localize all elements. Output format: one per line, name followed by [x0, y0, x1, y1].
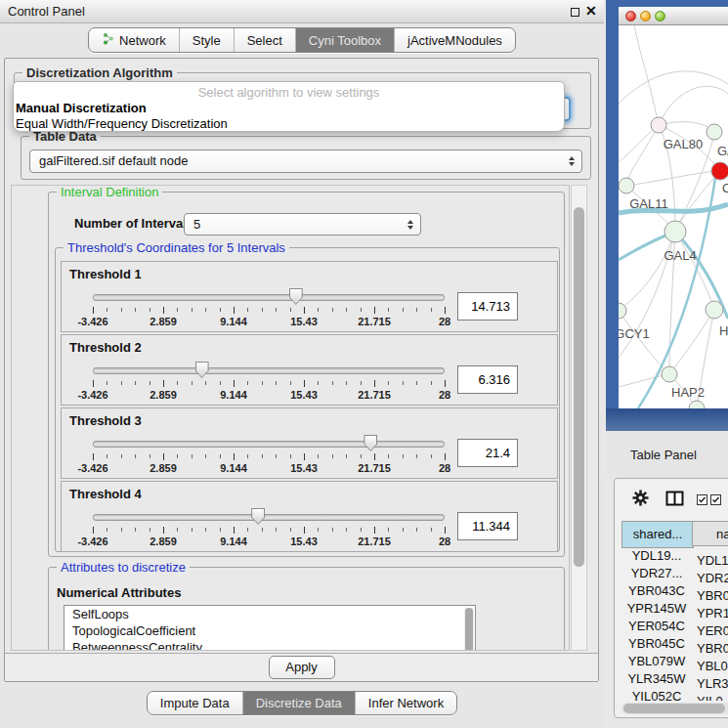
panel-vertical-scrollbar[interactable]: [571, 185, 587, 651]
threshold-label: Threshold 4: [69, 487, 142, 501]
list-item[interactable]: TopologicalCoefficient: [64, 622, 475, 639]
tab-label: Style: [193, 33, 221, 48]
threshold-2-slider[interactable]: -3.426 2.859 9.144 15.43 21.715 28: [93, 361, 445, 400]
float-window-icon[interactable]: [571, 8, 579, 17]
slider-track[interactable]: [93, 514, 445, 521]
slider-thumb[interactable]: [195, 362, 209, 378]
tab-infer-network[interactable]: Infer Network: [355, 692, 456, 714]
node-hap2[interactable]: [662, 366, 677, 382]
threshold-1-slider[interactable]: -3.426 2.859 9.144 15.43 21.715 28: [93, 287, 445, 326]
attributes-group: Attributes to discretize Numerical Attri…: [48, 567, 565, 651]
scale-label: 28: [439, 535, 450, 547]
threshold-1-value-field[interactable]: [457, 292, 518, 321]
tab-impute-data[interactable]: Impute Data: [148, 692, 242, 714]
table-row[interactable]: YBL079WYBL0: [615, 653, 728, 670]
slider-scale: -3.426 2.859 9.144 15.43 21.715 28: [93, 389, 445, 401]
slider-ticks: [93, 307, 445, 315]
slider-thumb[interactable]: [364, 435, 377, 451]
node-red[interactable]: [711, 162, 728, 180]
interval-definition-group: Interval Definition Number of Intervals …: [48, 192, 565, 557]
gear-icon[interactable]: [632, 490, 649, 509]
scale-label: 2.859: [150, 389, 177, 401]
tab-select[interactable]: Select: [234, 28, 295, 52]
checkbox-icon[interactable]: [710, 493, 721, 508]
scale-label: 2.859: [150, 462, 177, 474]
combo-arrows-icon: [569, 156, 575, 166]
minimize-traffic-light-icon[interactable]: [640, 11, 651, 21]
popup-item-manual-discretization[interactable]: Manual Discretization: [16, 101, 147, 115]
threshold-3-slider[interactable]: -3.426 2.859 9.144 15.43 21.715 28: [93, 434, 445, 473]
table-row[interactable]: YBR043CYBR0: [615, 582, 728, 600]
slider-track[interactable]: [93, 294, 445, 301]
table-row[interactable]: YIL052CYIL0: [615, 688, 728, 701]
cyni-toolbox-panel: Discretization Algorithm Table Data galF…: [4, 58, 599, 682]
control-panel-titlebar: Control Panel ✕: [0, 0, 604, 23]
checkbox-icon[interactable]: [697, 493, 707, 508]
popup-item-equal-width-frequency[interactable]: Equal Width/Frequency Discretization: [16, 116, 228, 131]
split-panel-icon[interactable]: [665, 491, 684, 509]
table-row[interactable]: YDL19...YDL1: [615, 547, 728, 565]
tab-label: Cyni Toolbox: [309, 33, 381, 48]
slider-track[interactable]: [93, 367, 445, 374]
attributes-list: SelfLoops TopologicalCoefficient Between…: [64, 605, 476, 651]
node-h[interactable]: [706, 301, 723, 319]
threshold-2-panel: Threshold 2 -3.426 2.859 9.144 15.43: [61, 334, 558, 406]
tab-discretize-data[interactable]: Discretize Data: [242, 692, 355, 714]
node-label: HAP2: [671, 385, 705, 400]
table-row[interactable]: YER054CYER0: [615, 618, 728, 635]
list-item[interactable]: SelfLoops: [64, 606, 475, 622]
network-frame-bottom: [606, 408, 728, 431]
slider-track[interactable]: [93, 441, 445, 448]
table-row[interactable]: YBR045CYBR0: [615, 635, 728, 653]
table-row[interactable]: YLR345WYLR3: [615, 670, 728, 688]
node-bottom[interactable]: [689, 401, 705, 408]
tab-jactivemnodules[interactable]: jActiveMNodules: [394, 28, 515, 52]
table-data-combobox[interactable]: galFiltered.sif default node: [29, 150, 582, 173]
threshold-4-slider[interactable]: -3.426 2.859 9.144 15.43 21.715 28: [93, 507, 445, 546]
table-row[interactable]: YDR27...YDR2: [615, 565, 728, 582]
slider-scale: -3.426 2.859 9.144 15.43 21.715 28: [93, 316, 445, 327]
zoom-traffic-light-icon[interactable]: [655, 11, 665, 21]
tab-cyni-toolbox[interactable]: Cyni Toolbox: [295, 28, 394, 52]
number-of-intervals-label: Number of Intervals: [74, 216, 193, 231]
table-panel-box: shared... na YDL19...YDL1 YDR27...YDR2 Y…: [614, 478, 728, 718]
group-title: Attributes to discretize: [57, 560, 190, 575]
threshold-2-value-field[interactable]: [457, 365, 518, 394]
table-panel-header: Table Panel: [606, 431, 728, 478]
tab-network[interactable]: Network: [89, 28, 179, 52]
table-row[interactable]: YPR145WYPR1: [615, 600, 728, 618]
slider-ticks: [93, 453, 445, 461]
list-item[interactable]: BetweennessCentrality: [64, 639, 475, 651]
slider-scale: -3.426 2.859 9.144 15.43 21.715 28: [93, 462, 445, 474]
slider-scale: -3.426 2.859 9.144 15.43 21.715 28: [93, 535, 445, 547]
spinner-arrows-icon: [407, 220, 413, 230]
node-gal80[interactable]: [651, 117, 666, 133]
top-tabbar: Network Style Select Cyni Toolbox jActiv…: [0, 23, 604, 57]
threshold-1-panel: Threshold 1 -3.426 2.859 9.144 15.43: [61, 261, 558, 332]
group-title: Threshold's Coordinates for 5 Intervals: [64, 240, 289, 255]
close-icon[interactable]: ✕: [585, 3, 597, 19]
scale-label: 9.144: [220, 316, 247, 327]
threshold-3-value-field[interactable]: [457, 439, 518, 467]
slider-thumb[interactable]: [289, 288, 303, 305]
number-of-intervals-spinner[interactable]: 5: [184, 213, 421, 236]
scale-label: -3.426: [77, 535, 107, 547]
apply-button[interactable]: Apply: [269, 656, 335, 679]
node-gal4[interactable]: [664, 221, 686, 242]
slider-thumb[interactable]: [251, 508, 265, 525]
tab-style[interactable]: Style: [179, 28, 234, 52]
scale-label: -3.426: [77, 389, 107, 401]
node-gal11[interactable]: [619, 178, 634, 193]
column-header-shared[interactable]: shared...: [621, 521, 694, 548]
node-ga[interactable]: [707, 124, 722, 140]
threshold-4-value-field[interactable]: [457, 512, 518, 540]
table-horizontal-scrollbar[interactable]: [621, 703, 728, 714]
threshold-label: Threshold 3: [69, 413, 142, 428]
scale-label: 21.715: [358, 316, 391, 327]
attributes-list-scrollbar[interactable]: [464, 608, 474, 651]
network-canvas[interactable]: GAL80 GA C GAL11 GAL4 GCY1 H HAP2: [619, 25, 728, 408]
column-header-name[interactable]: na: [692, 521, 728, 546]
tab-label: Infer Network: [368, 696, 444, 710]
close-traffic-light-icon[interactable]: [625, 11, 636, 21]
tab-label: Impute Data: [160, 696, 230, 710]
